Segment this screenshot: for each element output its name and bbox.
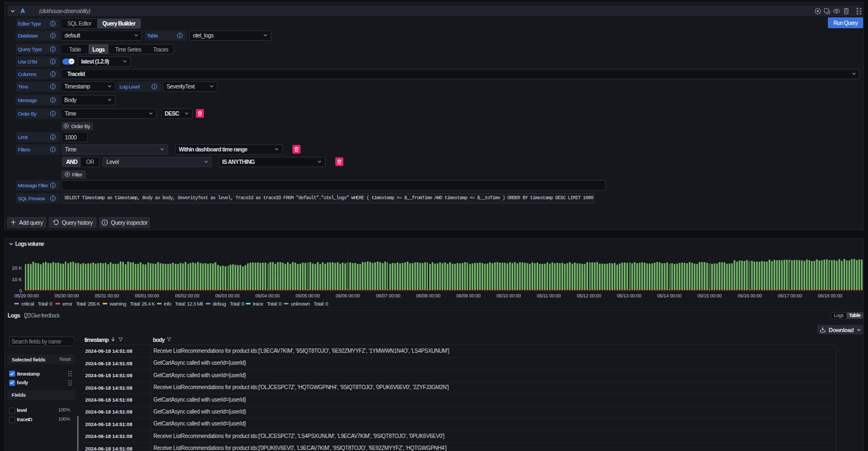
svg-text:06/14 00:00: 06/14 00:00 [657, 293, 681, 298]
svg-text:06/09 00:00: 06/09 00:00 [456, 293, 481, 298]
svg-text:06/11 00:00: 06/11 00:00 [537, 293, 560, 298]
svg-text:06/03 00:00: 06/03 00:00 [215, 293, 240, 298]
svg-text:0: 0 [20, 288, 22, 294]
svg-text:06/12 00:00: 06/12 00:00 [577, 293, 601, 298]
svg-text:06/16 00:00: 06/16 00:00 [737, 293, 762, 298]
svg-text:06/08 00:00: 06/08 00:00 [416, 293, 441, 298]
svg-text:06/06 00:00: 06/06 00:00 [336, 293, 360, 298]
svg-text:06/17 00:00: 06/17 00:00 [778, 293, 802, 298]
svg-text:06/04 00:00: 06/04 00:00 [256, 293, 280, 298]
svg-text:10 K: 10 K [12, 277, 22, 282]
svg-text:05/31 00:00: 05/31 00:00 [95, 293, 119, 298]
svg-text:06/07 00:00: 06/07 00:00 [376, 293, 400, 298]
svg-text:05/29 00:00: 05/29 00:00 [14, 293, 39, 298]
svg-text:06/15 00:00: 06/15 00:00 [697, 293, 722, 298]
svg-text:06/01 00:00: 06/01 00:00 [135, 293, 159, 298]
svg-text:06/18 00:00: 06/18 00:00 [818, 293, 843, 298]
svg-text:06/05 00:00: 06/05 00:00 [296, 293, 320, 298]
svg-text:06/13 00:00: 06/13 00:00 [617, 293, 641, 298]
svg-text:06/10 00:00: 06/10 00:00 [496, 293, 521, 298]
svg-text:06/02 00:00: 06/02 00:00 [175, 293, 200, 298]
svg-text:20 K: 20 K [12, 265, 22, 271]
svg-text:05/30 00:00: 05/30 00:00 [54, 293, 79, 298]
